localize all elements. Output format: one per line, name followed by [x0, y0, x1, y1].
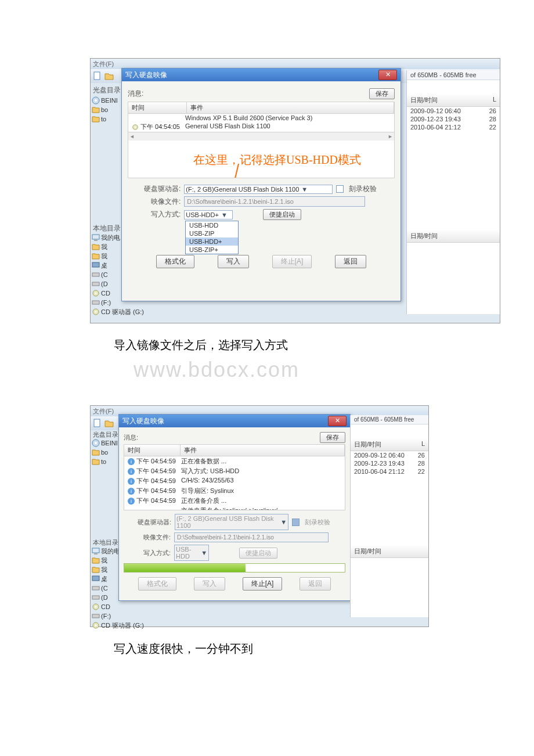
svg-point-14	[135, 126, 136, 128]
screenshot-1: 文件(F) 光盘目录 BEINIboto 本地目录 我的电我我桌(C(DCD(F…	[90, 58, 500, 323]
verify-checkbox[interactable]	[336, 185, 344, 193]
screenshot-2: 文件(F) 光盘目录 BEINIboto 本地目录 我的电我我桌(C(DCD(F…	[90, 405, 429, 627]
image-label: 映像文件:	[143, 533, 171, 542]
write-mode-label: 写入方式:	[151, 210, 181, 219]
svg-line-15	[223, 164, 239, 178]
message-label: 消息:	[128, 89, 143, 99]
info-icon: i	[128, 458, 135, 465]
rp-header2: 日期/时间	[351, 545, 428, 558]
new-icon[interactable]	[93, 419, 102, 428]
scrollbar-x[interactable]: ◄►	[128, 132, 394, 141]
log-row: i下午 04:54:59C/H/S: 243/255/63	[124, 476, 345, 486]
hdd-select[interactable]: (F:, 2 GB)General USB Flash Disk 1100▼	[184, 185, 333, 194]
write-mode-dropdown[interactable]: USB-HDDUSB-ZIPUSB-HDD+USB-ZIP+	[185, 221, 239, 254]
message-label: 消息:	[124, 433, 138, 442]
tree-label: 我	[101, 556, 107, 565]
dialog-title: 写入硬盘映像	[122, 416, 164, 426]
dropdown-option[interactable]: USB-HDD	[186, 221, 238, 229]
col-time: 时间	[128, 102, 187, 113]
tree-item[interactable]: CD	[92, 602, 144, 611]
image-input: D:\Software\beini-1.2.1\beini-1.2.1.iso	[174, 532, 329, 542]
log-row: i下午 04:54:59引导扇区: Syslinux	[124, 486, 345, 496]
tree-label: 我	[101, 251, 107, 261]
disc-dir-label: 光盘目录	[93, 430, 118, 439]
disc-dir-label: 光盘目录	[93, 85, 121, 95]
right-pane: of 650MB - 605MB free 日期/时间L 2009-09-12 …	[406, 70, 500, 314]
tree-item[interactable]: (F:)	[92, 611, 144, 621]
new-icon[interactable]	[93, 71, 102, 81]
tree-label: CD	[101, 289, 110, 298]
date-row: 2010-06-04 21:1222	[351, 467, 428, 476]
svg-rect-19	[92, 548, 99, 553]
tree-item[interactable]: bo	[92, 448, 118, 457]
dropdown-option[interactable]: USB-ZIP	[186, 229, 238, 237]
tree-item[interactable]: to	[92, 114, 118, 124]
tree-item[interactable]: CD 驱动器 (G:)	[92, 621, 144, 630]
back-button[interactable]: 返回	[335, 255, 366, 268]
tree-label: bo	[101, 448, 108, 457]
log-row: i下午 04:54:59正在准备数据 ...	[124, 456, 345, 466]
verify-label: 刻录校验	[349, 184, 377, 194]
tree-label: (F:)	[101, 298, 111, 307]
tree-label: (D	[101, 279, 108, 289]
boot-button: 便捷启动	[239, 548, 277, 559]
hdd-label: 硬盘驱动器:	[144, 184, 181, 194]
dialog-title: 写入硬盘映像	[125, 70, 167, 80]
date-row: 2009-12-23 19:4328	[407, 115, 500, 123]
write-mode-select[interactable]: USB-HDD+▼	[184, 210, 233, 219]
tree-item[interactable]: BEINI	[92, 438, 118, 448]
close-button[interactable]: ✕	[328, 416, 347, 426]
boot-button[interactable]: 便捷启动	[263, 209, 301, 220]
date-row: 2009-12-23 19:4328	[351, 459, 428, 467]
col-event: 事件	[181, 445, 345, 456]
dialog-titlebar: 写入硬盘映像 ✕	[119, 415, 350, 427]
log-row: 文件夹重名命: 'isolinux'->'syslinux'	[124, 506, 345, 510]
open-icon[interactable]	[104, 71, 114, 81]
write-mode-select: USB-HDD▼	[174, 545, 209, 561]
log-row: Windows XP 5.1 Build 2600 (Service Pack …	[128, 114, 394, 122]
save-button[interactable]: 保存	[369, 88, 395, 99]
log-list: 时间 事件 Windows XP 5.1 Build 2600 (Service…	[128, 102, 395, 178]
format-button[interactable]: 格式化	[156, 255, 194, 268]
svg-rect-4	[94, 240, 98, 241]
annotation-arrow-icon	[221, 164, 244, 178]
caption-2: 写入速度很快，一分钟不到	[114, 641, 534, 657]
log-list: 时间 事件 i下午 04:54:59正在准备数据 ...i下午 04:54:59…	[124, 444, 345, 510]
tree-item[interactable]: CD 驱动器 (G:)	[92, 307, 144, 316]
dropdown-option[interactable]: USB-HDD+	[186, 237, 238, 246]
tree-label: BEINI	[101, 96, 118, 105]
svg-point-28	[95, 625, 97, 627]
dropdown-option[interactable]: USB-ZIP+	[186, 246, 238, 254]
back-button: 返回	[300, 577, 331, 591]
write-button[interactable]: 写入	[218, 255, 249, 268]
tree-item[interactable]: to	[92, 457, 118, 466]
rp-header: 日期/时间L	[407, 94, 500, 107]
stop-button: 终止[A]	[272, 255, 312, 268]
progress-bar	[124, 563, 345, 573]
tree-label: to	[101, 114, 106, 124]
save-button[interactable]: 保存	[320, 432, 345, 443]
tree-item[interactable]: BEINI	[92, 96, 118, 105]
local-dir-label: 本地目录	[93, 224, 121, 233]
write-mode-label: 写入方式:	[143, 549, 171, 557]
date-row: 2009-09-12 06:4026	[407, 107, 500, 115]
image-label: 映像文件:	[151, 197, 181, 207]
tree-label: 我	[101, 242, 107, 251]
tree-label: bo	[101, 105, 108, 114]
svg-point-18	[95, 442, 97, 444]
close-button[interactable]: ✕	[378, 70, 397, 80]
tree-top: BEINIboto	[92, 96, 118, 124]
free-space-label: of 650MB - 605MB free	[407, 70, 500, 80]
svg-rect-7	[92, 282, 99, 286]
stop-button[interactable]: 终止[A]	[243, 577, 283, 591]
tree-label: (F:)	[101, 611, 111, 621]
svg-rect-20	[94, 553, 98, 555]
tree-label: (C	[101, 584, 108, 593]
menu-file[interactable]: 文件(F)	[93, 407, 114, 416]
tree-label: CD	[101, 602, 110, 611]
date-row: 2010-06-04 21:1222	[407, 123, 500, 131]
write-disk-dialog: 写入硬盘映像 ✕ 消息: 保存 时间 事件 i下午 04:54:59正在准备数据…	[118, 414, 351, 601]
tree-item[interactable]: bo	[92, 105, 118, 114]
open-icon[interactable]	[104, 419, 114, 428]
menu-file[interactable]: 文件(F)	[93, 60, 114, 69]
